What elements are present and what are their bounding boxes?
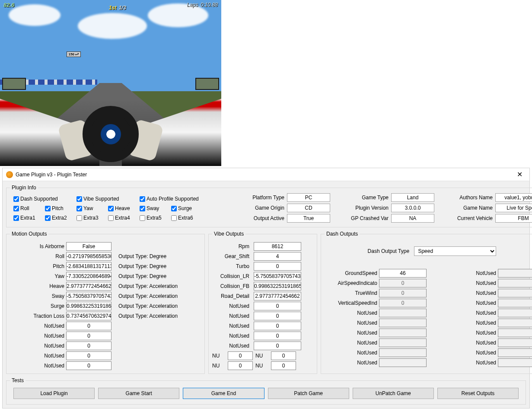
distance-sign: 150 ⮐ — [67, 51, 81, 57]
game-screenshot: 150 ⮐ 82.6 1st 1/3 Laps 0:10.88 — [0, 0, 221, 166]
hud-position: 1st 1/3 — [109, 2, 126, 12]
hud-time: Laps 0:10.88 — [187, 2, 218, 8]
hud-speed: 82.6 — [3, 2, 14, 8]
